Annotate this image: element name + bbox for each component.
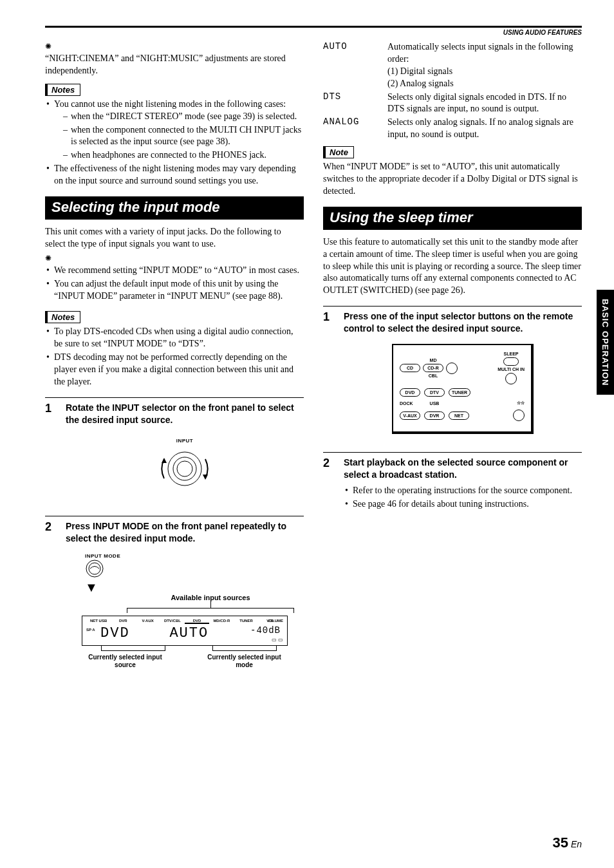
panel-src: V-AUX — [136, 619, 160, 624]
svg-marker-4 — [203, 475, 208, 480]
note-subitem: when the component connected to the MULT… — [63, 124, 304, 149]
remote-btn-cdr: CD-R — [423, 364, 443, 372]
remote-label-sleep: SLEEP — [504, 352, 519, 356]
svg-point-1 — [173, 457, 196, 480]
note-text: You cannot use the night listening modes… — [54, 99, 286, 109]
remote-label-md: MD — [430, 358, 437, 363]
caption-row: Currently selected input source Currentl… — [66, 654, 304, 669]
display-source-value: DVD — [100, 625, 130, 641]
dial-icon — [158, 446, 212, 491]
bracket-bottom — [212, 646, 277, 651]
step-number: 2 — [323, 457, 335, 516]
step-title: Press one of the input selector buttons … — [344, 310, 582, 335]
panel-source-row: NET USB DVR V-AUX DTV/CBL DVD MD/CD-R TU… — [86, 619, 283, 624]
pcm-icons: ▭ ▭ — [272, 637, 283, 643]
volume-label: VOLUME — [266, 619, 283, 623]
mode-desc: Selects only analog signals. If no analo… — [387, 117, 582, 141]
remote-btn-round — [446, 363, 458, 374]
remote-label-title: ☆☆ — [517, 401, 525, 406]
svg-point-2 — [177, 461, 192, 476]
note-item: To play DTS-encoded CDs when using a dig… — [45, 326, 304, 350]
step-number: 1 — [45, 402, 57, 507]
mode-desc: Automatically selects input signals in t… — [387, 41, 582, 90]
note-item: DTS decoding may not be performed correc… — [45, 352, 304, 388]
mode-row-dts: DTS Selects only digital signals encoded… — [323, 91, 582, 116]
step-number: 2 — [45, 520, 57, 670]
two-column-layout: “NIGHT:CINEMA” and “NIGHT:MUSIC” adjustm… — [45, 41, 582, 669]
panel-src: NET USB — [86, 619, 111, 624]
bracket-top — [127, 608, 294, 613]
remote-btn-cd: CD — [400, 364, 420, 372]
arrow-down-icon: ▼ — [85, 581, 304, 594]
caption-current-source: Currently selected input source — [80, 654, 171, 669]
page-number: 35 En — [553, 835, 582, 851]
step-2: 2 Start playback on the selected source … — [323, 452, 582, 516]
remote-label-multi: MULTI CH IN — [498, 367, 525, 372]
display-mode-value: AUTO — [169, 625, 209, 641]
right-column: AUTO Automatically selects input signals… — [323, 41, 582, 669]
step-2: 2 Press INPUT MODE on the front panel re… — [45, 516, 304, 670]
step-title: Start playback on the selected source co… — [344, 457, 582, 481]
note-item: The effectiveness of the night listening… — [45, 163, 304, 187]
tip-icon — [45, 253, 304, 263]
mode-row-analog: ANALOG Selects only analog signals. If n… — [323, 117, 582, 141]
notes-label: Notes — [45, 311, 80, 323]
intro-paragraph: Use this feature to automatically set th… — [323, 236, 582, 297]
remote-control-figure: CD MD CD-R CBL SLEEP — [392, 344, 534, 434]
caption-current-mode: Currently selected input mode — [200, 654, 290, 669]
remote-btn-dvr: DVR — [424, 411, 445, 420]
remote-btn-dtv: DTV — [424, 388, 445, 397]
step-1: 1 Press one of the input selector button… — [323, 306, 582, 443]
tip-item: You can adjust the default input mode of… — [45, 278, 304, 303]
dial-label: INPUT — [66, 438, 304, 444]
note-text: When “INPUT MODE” is set to “AUTO”, this… — [323, 161, 582, 198]
step-title: Press INPUT MODE on the front panel repe… — [66, 520, 304, 545]
remote-btn-round — [513, 410, 525, 421]
button-label: INPUT MODE — [85, 553, 304, 559]
remote-btn-sleep — [503, 357, 519, 366]
round-button-icon — [85, 559, 104, 578]
input-mode-figure: INPUT MODE ▼ Available input sources — [66, 553, 304, 669]
remote-btn-dvd: DVD — [400, 388, 420, 397]
intro-paragraph: This unit comes with a variety of input … — [45, 226, 304, 250]
notes-list-2: To play DTS-encoded CDs when using a dig… — [45, 326, 304, 388]
remote-btn-tuner: TUNER — [449, 388, 470, 397]
remote-label-cbl: CBL — [429, 373, 438, 378]
front-panel-display: NET USB DVR V-AUX DTV/CBL DVD MD/CD-R TU… — [82, 616, 288, 646]
page-number-value: 35 — [553, 835, 568, 851]
step-number: 1 — [323, 310, 335, 443]
section-heading-input-mode: Selecting the input mode — [45, 196, 304, 220]
page-number-suffix: En — [571, 839, 582, 849]
remote-btn-net: NET — [449, 411, 469, 420]
mode-key: DTS — [323, 91, 375, 116]
note-subitem: when headphones are connected to the PHO… — [63, 149, 304, 162]
step-1: 1 Rotate the INPUT selector on the front… — [45, 397, 304, 507]
note-subitem: when the “DIRECT STEREO” mode (see page … — [63, 111, 304, 123]
header-section-label: USING AUDIO FEATURES — [45, 29, 582, 36]
step-title: Rotate the INPUT selector on the front p… — [66, 402, 304, 426]
top-rule — [45, 26, 582, 28]
note-item: You cannot use the night listening modes… — [45, 99, 304, 162]
side-tab-basic-operation: BASIC OPERATION — [597, 290, 614, 395]
tip-item: We recommend setting “INPUT MODE” to “AU… — [45, 265, 304, 277]
input-mode-table: AUTO Automatically selects input signals… — [323, 41, 582, 141]
input-dial-figure: INPUT — [66, 438, 304, 494]
tip-icon — [45, 41, 304, 52]
step-bullet: Refer to the operating instructions for … — [344, 485, 582, 497]
remote-btn-multi — [505, 373, 517, 384]
available-sources-label: Available input sources — [117, 594, 304, 601]
panel-src: MD/CD-R — [209, 619, 234, 624]
mode-key: ANALOG — [323, 117, 375, 141]
panel-src-selected: DVD — [185, 619, 209, 624]
section-heading-sleep-timer: Using the sleep timer — [323, 207, 582, 230]
notes-list-1: You cannot use the night listening modes… — [45, 99, 304, 187]
connector-line — [210, 601, 211, 608]
mode-desc: Selects only digital signals encoded in … — [387, 91, 582, 116]
remote-label-dock: DOCK — [400, 401, 420, 406]
remote-btn-vaux: V-AUX — [400, 411, 420, 420]
note-sublist: when the “DIRECT STEREO” mode (see page … — [54, 111, 304, 162]
mode-row-auto: AUTO Automatically selects input signals… — [323, 41, 582, 90]
panel-src: DTV/CBL — [160, 619, 185, 624]
remote-label-usb: USB — [424, 401, 445, 406]
svg-marker-3 — [162, 458, 167, 463]
